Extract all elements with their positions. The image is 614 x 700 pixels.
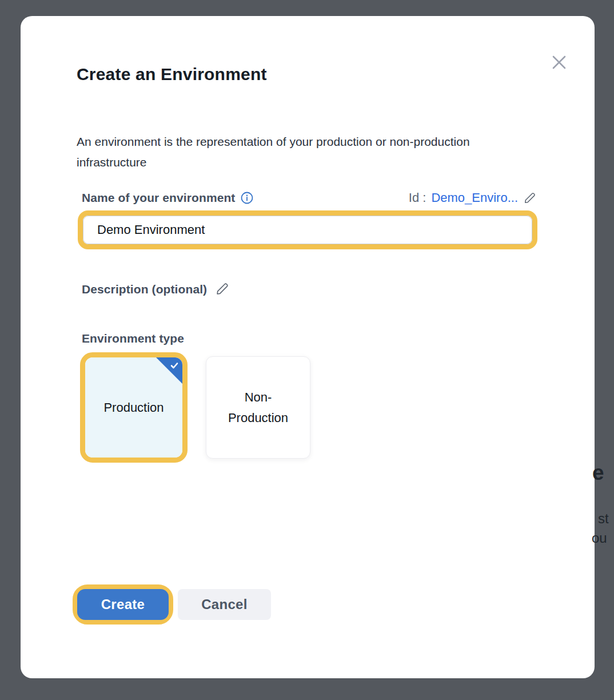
environment-type-options: Production Non-Production	[77, 352, 539, 463]
check-icon	[169, 360, 180, 371]
create-button[interactable]: Create	[77, 589, 169, 620]
id-value-link[interactable]: Demo_Enviro...	[431, 190, 518, 205]
environment-type-label: Environment type	[82, 332, 539, 345]
clipped-tooltip-text-fragment: e	[592, 461, 604, 485]
description-label: Description (optional)	[82, 283, 207, 296]
name-field-label: Name of your environment	[82, 191, 235, 205]
name-field-header: Name of your environment Id : Demo_Envir…	[77, 190, 536, 205]
environment-name-input[interactable]	[83, 216, 532, 244]
clipped-tooltip-text-fragment: st	[598, 511, 609, 527]
selected-corner-badge	[156, 357, 182, 384]
page-title: Create an Environment	[77, 16, 539, 85]
edit-id-pencil-icon[interactable]	[523, 192, 536, 205]
description-field-header: Description (optional)	[82, 282, 539, 296]
environment-type-option-non-production[interactable]: Non-Production	[206, 356, 310, 459]
create-environment-modal: Create an Environment An environment is …	[21, 16, 595, 678]
edit-description-pencil-icon[interactable]	[215, 282, 229, 296]
production-card-label: Production	[103, 400, 164, 415]
modal-actions: Create Cancel	[73, 584, 271, 625]
tutorial-highlight-name-input	[78, 210, 537, 249]
environment-id: Id : Demo_Enviro...	[409, 190, 536, 205]
environment-type-option-production[interactable]: Production	[85, 357, 182, 458]
tutorial-highlight-create-button: Create	[73, 584, 173, 625]
cancel-button[interactable]: Cancel	[178, 589, 271, 620]
non-production-card-label: Non-Production	[221, 387, 296, 428]
info-icon[interactable]	[241, 192, 253, 204]
modal-description: An environment is the representation of …	[77, 132, 504, 173]
id-prefix-label: Id :	[409, 190, 426, 205]
tutorial-highlight-production-card: Production	[80, 352, 188, 463]
clipped-tooltip-text-fragment: ou	[592, 530, 607, 546]
